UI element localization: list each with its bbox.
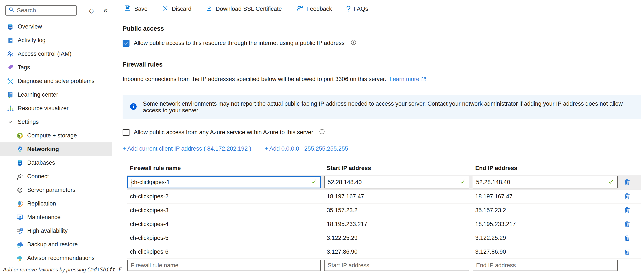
info-icon[interactable] — [350, 39, 357, 47]
sidebar-item-label: Backup and restore — [27, 241, 78, 248]
activity-log-icon — [6, 37, 14, 44]
info-icon[interactable] — [319, 128, 325, 136]
save-button[interactable]: Save — [124, 5, 148, 14]
table-row: ch-clickpipes-2 18.197.167.47 18.197.167… — [127, 190, 641, 203]
new-rule-name-input[interactable] — [131, 262, 317, 269]
table-row: ch-clickpipes-6 3.127.86.90 3.127.86.90 — [127, 245, 641, 259]
start-ip-cell: 18.197.167.47 — [324, 193, 469, 200]
delete-rule-button[interactable] — [622, 192, 632, 201]
download-icon — [206, 5, 212, 13]
delete-rule-button[interactable] — [622, 219, 632, 229]
faqs-button[interactable]: ? FAQs — [346, 4, 368, 14]
sidebar-group-settings[interactable]: Settings — [0, 115, 112, 129]
delete-rule-button[interactable] — [622, 177, 632, 187]
azure-services-checkbox-row: Allow public access from any Azure servi… — [122, 128, 641, 136]
resource-visualizer-icon — [6, 105, 14, 112]
rule-name-cell: ch-clickpipes-6 — [127, 248, 321, 255]
new-start-ip-input-box — [324, 260, 469, 271]
azure-services-checkbox[interactable] — [122, 129, 130, 136]
main-panel: Save Discard Download SSL Certificate Fe… — [112, 0, 644, 274]
sidebar-item-label: Connect — [27, 173, 49, 180]
rule-name-cell: ch-clickpipes-4 — [127, 221, 321, 227]
search-input[interactable] — [17, 7, 74, 14]
table-row-new — [127, 260, 641, 271]
new-end-ip-input[interactable] — [476, 262, 614, 269]
public-access-checkbox-label: Allow public access to this resource thr… — [134, 40, 345, 47]
end-ip-cell: 18.197.167.47 — [473, 193, 618, 200]
sidebar-item-diagnose[interactable]: Diagnose and solve problems — [0, 74, 112, 88]
sidebar-item-connect[interactable]: Connect — [0, 170, 112, 183]
tags-icon — [6, 64, 14, 72]
start-ip-cell: 18.195.233.217 — [324, 221, 469, 227]
trash-icon — [623, 206, 631, 214]
azure-services-checkbox-label: Allow public access from any Azure servi… — [134, 129, 313, 136]
download-ssl-label: Download SSL Certificate — [216, 6, 282, 12]
switch-view-icon[interactable]: ◇ — [89, 7, 94, 14]
sidebar-item-learning-center[interactable]: 101 Learning center — [0, 88, 112, 102]
new-start-ip-input[interactable] — [328, 262, 466, 269]
svg-text:s: s — [18, 135, 20, 137]
sidebar-group-label: Settings — [18, 119, 39, 125]
trash-icon — [623, 178, 631, 186]
favorites-note: Add or remove favorites by pressing Cmd+… — [3, 267, 112, 273]
end-ip-cell: 3.122.25.29 — [473, 235, 618, 241]
delete-rule-button[interactable] — [622, 247, 632, 256]
sidebar-item-label: Advisor recommendations — [27, 255, 94, 261]
search-icon — [8, 7, 15, 15]
sidebar-item-advisor[interactable]: Advisor recommendations — [0, 251, 112, 265]
table-row: ch-clickpipes-4 18.195.233.217 18.195.23… — [127, 217, 641, 231]
start-ip-input-box — [324, 176, 469, 188]
info-banner-text: Some network environments may not report… — [143, 101, 641, 114]
sidebar-item-server-parameters[interactable]: Server parameters — [0, 183, 112, 197]
add-client-ip-link[interactable]: + Add current client IP address ( 84.172… — [122, 145, 251, 152]
public-access-checkbox-row: Allow public access to this resource thr… — [122, 39, 641, 47]
sidebar-item-label: Server parameters — [27, 187, 76, 193]
sidebar-item-databases[interactable]: DB Databases — [0, 156, 112, 170]
firewall-rules-heading: Firewall rules — [122, 61, 641, 68]
public-access-heading: Public access — [122, 25, 641, 32]
discard-label: Discard — [172, 6, 192, 12]
discard-button[interactable]: Discard — [162, 5, 192, 13]
search-box[interactable] — [5, 5, 77, 16]
end-ip-input-box — [473, 176, 618, 188]
end-ip-cell: 18.195.233.217 — [473, 221, 618, 227]
sidebar-item-access-control[interactable]: Access control (IAM) — [0, 47, 112, 61]
delete-rule-button[interactable] — [622, 205, 632, 215]
feedback-icon — [296, 5, 304, 14]
sidebar-item-maintenance[interactable]: Maintenance — [0, 210, 112, 224]
sidebar-item-networking[interactable]: Networking — [0, 142, 112, 156]
sidebar-item-replication[interactable]: Replication — [0, 197, 112, 210]
sidebar-item-overview[interactable]: My Overview — [0, 20, 112, 34]
start-ip-input[interactable] — [328, 179, 458, 186]
feedback-button[interactable]: Feedback — [296, 5, 332, 14]
rule-name-input-box — [127, 176, 321, 188]
new-rule-name-input-box — [127, 260, 321, 271]
column-header-end-ip: End IP address — [473, 165, 618, 172]
save-icon — [124, 5, 131, 14]
rule-name-input[interactable] — [131, 179, 308, 186]
sidebar-item-label: Resource visualizer — [18, 105, 69, 112]
save-label: Save — [134, 6, 148, 12]
learning-center-icon: 101 — [6, 91, 14, 99]
chevron-down-icon — [6, 118, 14, 126]
delete-rule-button[interactable] — [622, 233, 632, 243]
trash-icon — [623, 192, 631, 200]
sidebar-item-backup-restore[interactable]: Backup and restore — [0, 238, 112, 251]
learn-more-link[interactable]: Learn more — [390, 76, 427, 82]
info-filled-icon — [130, 103, 137, 112]
sidebar-item-high-availability[interactable]: High availability — [0, 224, 112, 238]
command-bar: Save Discard Download SSL Certificate Fe… — [122, 0, 641, 18]
backup-restore-icon — [16, 241, 24, 248]
sidebar-item-resource-visualizer[interactable]: Resource visualizer — [0, 102, 112, 115]
end-ip-input[interactable] — [476, 179, 606, 186]
add-all-range-link[interactable]: + Add 0.0.0.0 - 255.255.255.255 — [264, 145, 348, 152]
sidebar-item-activity-log[interactable]: Activity log — [0, 34, 112, 47]
collapse-sidebar-icon[interactable]: « — [104, 6, 108, 15]
networking-icon — [16, 145, 24, 153]
download-ssl-button[interactable]: Download SSL Certificate — [206, 5, 282, 13]
firewall-description-text: Inbound connections from the IP addresse… — [122, 76, 386, 82]
public-access-checkbox[interactable] — [122, 40, 130, 47]
sidebar-search-row: ◇ « — [5, 5, 112, 16]
sidebar-item-tags[interactable]: Tags — [0, 61, 112, 74]
sidebar-item-compute-storage[interactable]: s Compute + storage — [0, 129, 112, 142]
